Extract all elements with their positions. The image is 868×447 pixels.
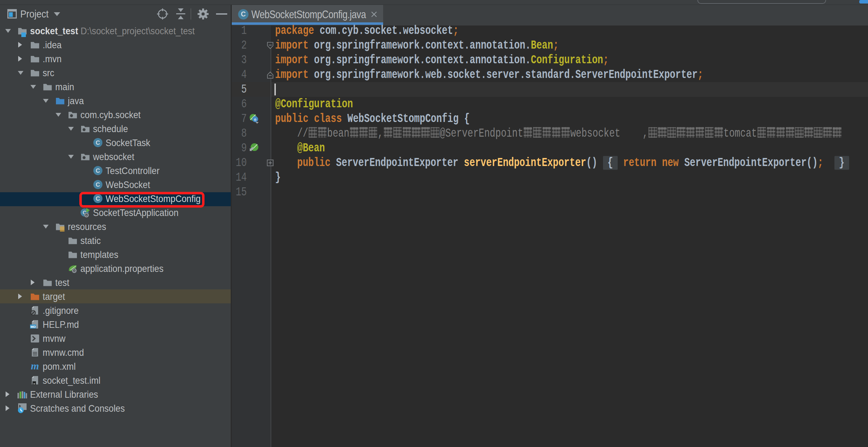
svg-text:e: e — [254, 117, 257, 122]
svg-text:C: C — [96, 167, 100, 174]
svg-text:C: C — [96, 139, 100, 146]
svg-text:MD: MD — [30, 325, 36, 329]
svg-text:C: C — [96, 181, 100, 188]
svg-text:m: m — [31, 361, 39, 372]
svg-text:C: C — [241, 10, 246, 18]
